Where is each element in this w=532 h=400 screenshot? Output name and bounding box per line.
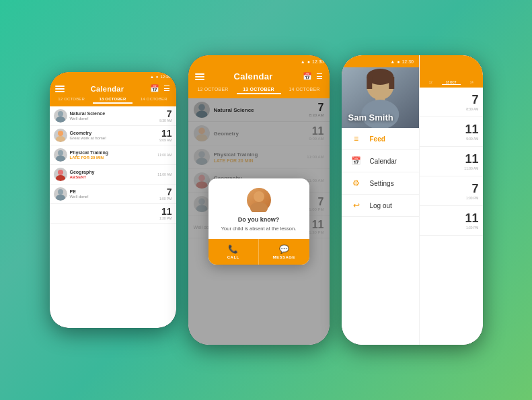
cal-grade-1: 7 8:30 AM [420,88,483,117]
menu-item-calendar[interactable]: 📅 Calendar [342,150,420,172]
cal-tab-13: 13 OCT [442,81,461,85]
header-icons-2: 📅 ☰ [303,72,323,81]
avatar-geography-1 [54,168,67,181]
call-label: CALL [227,255,239,259]
cal-col-tabs: 12 13 OCT 14 [420,81,483,88]
modal-overlay: Do you know? Your child is absent at the… [188,98,330,345]
settings-icon: ⚙ [351,178,362,188]
grade-col-pe-1: 7 1:00 PM [156,187,172,201]
calendar-icon-2[interactable]: 📅 [303,72,312,81]
calendar-column: 12 13 OCT 14 7 8:30 AM 11 9:09 AM 11 [419,55,483,345]
svg-point-7 [56,175,65,181]
lesson-physical-training-1[interactable]: Physical Training LATE FOR 20 MIN 11:00 … [50,145,176,165]
lesson-status-physical-1: LATE FOR 20 MIN [70,156,156,160]
header-icons-1: 📅 ☰ [150,84,170,93]
lesson-info-geometry-1: Geometry Great work at home! [70,131,156,140]
lesson-name-geography-1: Geography [70,170,156,174]
grade-col-physical-1: 11:00 AM [156,153,172,157]
tab-14oct-2[interactable]: 14 OCTOBER [282,86,327,94]
svg-point-6 [58,170,63,175]
menu-label-settings: Settings [370,180,394,187]
svg-point-8 [58,189,63,195]
menu-label-logout: Log out [370,202,392,209]
avatar-physical-training-1 [54,148,67,162]
lesson-info-pe-1: PE Well done! [70,189,156,199]
menu-item-feed[interactable]: ≡ Feed [342,128,420,150]
phone-2-screen: ▲ ● 12:30 Calendar 📅 ☰ 12 OCTOBER [188,55,330,345]
message-icon: 💬 [279,244,289,254]
status-bar-2: ▲ ● 12:30 [188,55,330,67]
tab-13oct-2[interactable]: 13 OCTOBER [237,86,281,94]
modal-buttons: 📞 CALL 💬 MESSAGE [208,239,309,265]
avatar-geometry-1 [54,129,67,142]
lesson-list-2: Natural Science 7 8:30 AM Geometry [188,98,330,345]
svg-point-2 [58,131,63,136]
time-geometry-1: 9:09 AM [156,138,172,142]
menu-label-calendar: Calendar [370,158,397,165]
time-last-1: 1:30 PM [156,216,172,220]
tab-12oct-1[interactable]: 12 OCTOBER [52,96,91,104]
modal-avatar [247,188,271,212]
phone-1: ▲ ● 12:30 Calendar 📅 ☰ 12 OCTOBER [50,72,176,328]
call-button[interactable]: 📞 CALL [208,239,260,265]
lesson-geography-1[interactable]: Geography ABSENT 11:00 AM [50,165,176,185]
wifi-icon: ▲ [150,75,154,79]
cal-col-header [420,55,483,81]
calendar-menu-icon: 📅 [351,156,362,166]
menu-icon-2[interactable] [195,73,204,80]
menu-label-feed: Feed [370,135,385,143]
tab-12oct-2[interactable]: 12 OCTOBER [191,86,235,94]
grade-col-geometry-1: 11 9:09 AM [156,129,172,142]
status-bar-1: ▲ ● 12:30 [50,72,176,81]
svg-point-9 [56,195,65,201]
calendar-icon-1[interactable]: 📅 [150,84,159,93]
time-3: 12:30 [402,59,414,64]
cal-tab-14: 14 [462,81,482,85]
signal-icon: ● [156,75,159,79]
lesson-last-1: 11 1:30 PM [50,204,176,224]
avatar-natural-science-1 [54,109,67,123]
lesson-geometry-1[interactable]: Geometry Great work at home! 11 9:09 AM [50,126,176,145]
lesson-name-natural-science-1: Natural Science [70,111,156,116]
svg-point-5 [56,156,65,162]
cal-grade-2: 11 9:09 AM [420,117,483,147]
cal-grade-3: 11 11:00 AM [420,147,483,176]
header-title-1: Calendar [91,85,124,93]
time-natural-science-1: 8:30 AM [156,119,172,123]
time-2: 12:30 [312,59,324,64]
lesson-info-physical-1: Physical Training LATE FOR 20 MIN [70,150,156,160]
lesson-pe-1[interactable]: PE Well done! 7 1:00 PM [50,185,176,204]
list-icon-1[interactable]: ☰ [163,84,170,93]
menu-icon-1[interactable] [55,86,65,92]
header-1: Calendar 📅 ☰ [50,81,176,96]
header-2: Calendar 📅 ☰ [188,67,330,86]
svg-point-1 [56,116,65,123]
grade-col-1: 7 8:30 AM [156,109,172,123]
date-tabs-1: 12 OCTOBER 13 OCTOBER 14 OCTOBER [50,96,176,106]
lesson-list-1: Natural Science Well done! 7 8:30 AM Geo… [50,106,176,328]
menu-item-logout[interactable]: ↩ Log out [342,195,420,217]
phone-3: ▲ ● 12:30 [342,55,483,345]
wifi-icon-2: ▲ [301,59,305,64]
signal-icon-2: ● [307,59,310,64]
cal-grade-4: 7 1:00 PM [420,176,483,206]
header-title-2: Calendar [233,71,272,81]
avatar-pe-1 [54,187,67,201]
tab-13oct-1[interactable]: 13 OCTOBER [93,96,132,104]
svg-point-20 [254,191,264,202]
list-icon-2[interactable]: ☰ [316,72,323,81]
message-button[interactable]: 💬 MESSAGE [259,239,309,265]
phone-icon: 📞 [228,244,238,254]
menu-item-settings[interactable]: ⚙ Settings [342,172,420,195]
svg-point-3 [56,136,65,142]
lesson-name-pe-1: PE [70,189,156,194]
svg-rect-27 [367,77,372,89]
signal-icon-3: ● [397,59,400,64]
lesson-name-physical-1: Physical Training [70,150,156,155]
lesson-natural-science-1[interactable]: Natural Science Well done! 7 8:30 AM [50,106,176,126]
time-1: 12:30 [160,75,170,79]
tab-14oct-1[interactable]: 14 OCTOBER [134,96,174,104]
lesson-status-geometry-1: Great work at home! [70,136,156,140]
grade-col-geography-1: 11:00 AM [156,172,172,176]
wifi-icon-3: ▲ [390,59,395,64]
